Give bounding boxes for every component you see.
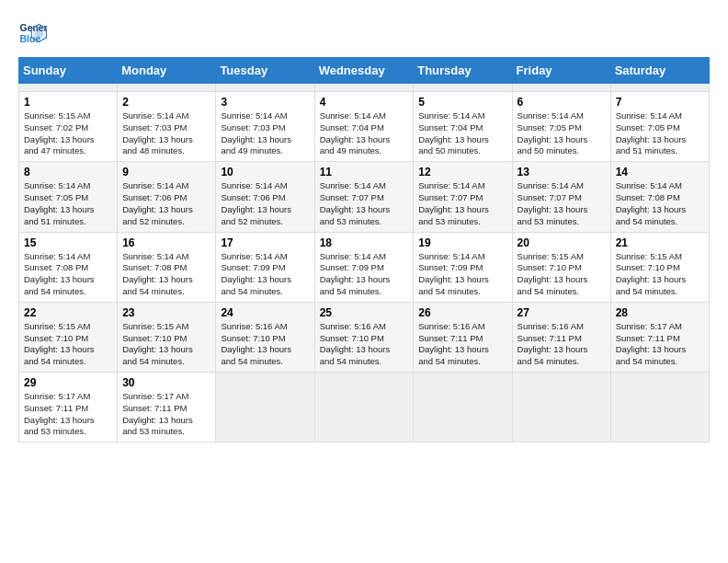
day-number: 20 xyxy=(518,236,606,249)
calendar-cell: 8Sunrise: 5:14 AM Sunset: 7:05 PM Daylig… xyxy=(19,162,118,232)
day-number: 8 xyxy=(24,166,112,178)
calendar-cell: 7Sunrise: 5:14 AM Sunset: 7:05 PM Daylig… xyxy=(610,92,709,162)
calendar-header-row: SundayMondayTuesdayWednesdayThursdayFrid… xyxy=(19,58,710,84)
day-number: 7 xyxy=(616,96,704,109)
day-number: 16 xyxy=(122,236,210,249)
calendar-cell: 20Sunrise: 5:15 AM Sunset: 7:10 PM Dayli… xyxy=(512,232,610,302)
page-header: General Blue xyxy=(18,18,710,48)
day-number: 30 xyxy=(122,376,210,389)
header-friday: Friday xyxy=(512,58,610,84)
logo-icon: General Blue xyxy=(18,18,48,48)
day-info: Sunrise: 5:14 AM Sunset: 7:08 PM Dayligh… xyxy=(122,251,210,298)
calendar-cell: 28Sunrise: 5:17 AM Sunset: 7:11 PM Dayli… xyxy=(610,302,709,372)
day-info: Sunrise: 5:15 AM Sunset: 7:10 PM Dayligh… xyxy=(518,251,606,298)
calendar-cell xyxy=(19,84,118,92)
calendar-cell xyxy=(314,84,414,92)
day-number: 10 xyxy=(221,166,309,178)
calendar-cell xyxy=(314,373,414,442)
day-number: 29 xyxy=(24,376,112,389)
day-number: 28 xyxy=(616,306,704,319)
day-info: Sunrise: 5:17 AM Sunset: 7:11 PM Dayligh… xyxy=(24,391,112,438)
day-number: 4 xyxy=(320,96,409,109)
day-info: Sunrise: 5:15 AM Sunset: 7:02 PM Dayligh… xyxy=(24,110,112,157)
day-info: Sunrise: 5:14 AM Sunset: 7:07 PM Dayligh… xyxy=(320,180,409,227)
header-sunday: Sunday xyxy=(19,58,118,84)
calendar-cell: 25Sunrise: 5:16 AM Sunset: 7:10 PM Dayli… xyxy=(314,302,414,372)
day-info: Sunrise: 5:14 AM Sunset: 7:03 PM Dayligh… xyxy=(122,110,210,157)
calendar-cell xyxy=(512,373,610,442)
day-info: Sunrise: 5:14 AM Sunset: 7:09 PM Dayligh… xyxy=(221,251,309,298)
day-number: 25 xyxy=(320,306,409,319)
calendar-cell: 9Sunrise: 5:14 AM Sunset: 7:06 PM Daylig… xyxy=(118,162,216,232)
day-number: 23 xyxy=(122,306,210,319)
calendar-cell xyxy=(216,373,314,442)
calendar-cell: 11Sunrise: 5:14 AM Sunset: 7:07 PM Dayli… xyxy=(314,162,414,232)
calendar-cell: 4Sunrise: 5:14 AM Sunset: 7:04 PM Daylig… xyxy=(314,92,414,162)
header-thursday: Thursday xyxy=(414,58,512,84)
day-info: Sunrise: 5:16 AM Sunset: 7:10 PM Dayligh… xyxy=(221,321,309,368)
calendar-cell xyxy=(414,84,512,92)
calendar-table: SundayMondayTuesdayWednesdayThursdayFrid… xyxy=(18,57,710,442)
day-number: 3 xyxy=(221,96,309,109)
day-info: Sunrise: 5:14 AM Sunset: 7:07 PM Dayligh… xyxy=(518,180,606,227)
day-info: Sunrise: 5:14 AM Sunset: 7:04 PM Dayligh… xyxy=(418,110,506,157)
day-number: 2 xyxy=(122,96,210,109)
header-monday: Monday xyxy=(118,58,216,84)
svg-text:General: General xyxy=(20,23,48,33)
day-info: Sunrise: 5:14 AM Sunset: 7:05 PM Dayligh… xyxy=(616,110,704,157)
day-info: Sunrise: 5:15 AM Sunset: 7:10 PM Dayligh… xyxy=(122,321,210,368)
day-number: 26 xyxy=(418,306,506,319)
calendar-cell: 15Sunrise: 5:14 AM Sunset: 7:08 PM Dayli… xyxy=(19,232,118,302)
calendar-cell xyxy=(414,373,512,442)
calendar-week-row: 8Sunrise: 5:14 AM Sunset: 7:05 PM Daylig… xyxy=(19,162,710,232)
day-info: Sunrise: 5:14 AM Sunset: 7:06 PM Dayligh… xyxy=(221,180,309,227)
calendar-cell: 23Sunrise: 5:15 AM Sunset: 7:10 PM Dayli… xyxy=(118,302,216,372)
day-info: Sunrise: 5:14 AM Sunset: 7:09 PM Dayligh… xyxy=(418,251,506,298)
calendar-cell: 3Sunrise: 5:14 AM Sunset: 7:03 PM Daylig… xyxy=(216,92,314,162)
calendar-cell: 24Sunrise: 5:16 AM Sunset: 7:10 PM Dayli… xyxy=(216,302,314,372)
day-number: 11 xyxy=(320,166,409,178)
day-info: Sunrise: 5:14 AM Sunset: 7:09 PM Dayligh… xyxy=(320,251,409,298)
calendar-week-row xyxy=(19,84,710,92)
calendar-cell: 21Sunrise: 5:15 AM Sunset: 7:10 PM Dayli… xyxy=(610,232,709,302)
calendar-cell: 17Sunrise: 5:14 AM Sunset: 7:09 PM Dayli… xyxy=(216,232,314,302)
day-number: 18 xyxy=(320,236,409,249)
day-number: 12 xyxy=(418,166,506,178)
calendar-cell xyxy=(512,84,610,92)
day-info: Sunrise: 5:14 AM Sunset: 7:06 PM Dayligh… xyxy=(122,180,210,227)
header-tuesday: Tuesday xyxy=(216,58,314,84)
header-saturday: Saturday xyxy=(610,58,709,84)
calendar-cell xyxy=(216,84,314,92)
logo: General Blue xyxy=(18,18,51,48)
day-info: Sunrise: 5:14 AM Sunset: 7:08 PM Dayligh… xyxy=(24,251,112,298)
calendar-cell: 10Sunrise: 5:14 AM Sunset: 7:06 PM Dayli… xyxy=(216,162,314,232)
day-number: 9 xyxy=(122,166,210,178)
day-number: 17 xyxy=(221,236,309,249)
calendar-cell xyxy=(610,84,709,92)
day-info: Sunrise: 5:14 AM Sunset: 7:04 PM Dayligh… xyxy=(320,110,409,157)
day-number: 5 xyxy=(418,96,506,109)
day-number: 27 xyxy=(518,306,606,319)
calendar-cell: 26Sunrise: 5:16 AM Sunset: 7:11 PM Dayli… xyxy=(414,302,512,372)
day-info: Sunrise: 5:17 AM Sunset: 7:11 PM Dayligh… xyxy=(616,321,704,368)
calendar-cell: 2Sunrise: 5:14 AM Sunset: 7:03 PM Daylig… xyxy=(118,92,216,162)
calendar-week-row: 1Sunrise: 5:15 AM Sunset: 7:02 PM Daylig… xyxy=(19,92,710,162)
day-info: Sunrise: 5:16 AM Sunset: 7:11 PM Dayligh… xyxy=(418,321,506,368)
calendar-cell: 22Sunrise: 5:15 AM Sunset: 7:10 PM Dayli… xyxy=(19,302,118,372)
day-number: 15 xyxy=(24,236,112,249)
day-info: Sunrise: 5:14 AM Sunset: 7:08 PM Dayligh… xyxy=(616,180,704,227)
day-info: Sunrise: 5:16 AM Sunset: 7:11 PM Dayligh… xyxy=(518,321,606,368)
day-number: 13 xyxy=(518,166,606,178)
day-number: 14 xyxy=(616,166,704,178)
calendar-cell: 13Sunrise: 5:14 AM Sunset: 7:07 PM Dayli… xyxy=(512,162,610,232)
calendar-cell: 29Sunrise: 5:17 AM Sunset: 7:11 PM Dayli… xyxy=(19,373,118,442)
calendar-cell: 6Sunrise: 5:14 AM Sunset: 7:05 PM Daylig… xyxy=(512,92,610,162)
day-number: 19 xyxy=(418,236,506,249)
calendar-cell: 1Sunrise: 5:15 AM Sunset: 7:02 PM Daylig… xyxy=(19,92,118,162)
day-info: Sunrise: 5:16 AM Sunset: 7:10 PM Dayligh… xyxy=(320,321,409,368)
day-info: Sunrise: 5:15 AM Sunset: 7:10 PM Dayligh… xyxy=(616,251,704,298)
day-info: Sunrise: 5:15 AM Sunset: 7:10 PM Dayligh… xyxy=(24,321,112,368)
day-number: 1 xyxy=(24,96,112,109)
calendar-cell: 30Sunrise: 5:17 AM Sunset: 7:11 PM Dayli… xyxy=(118,373,216,442)
day-number: 6 xyxy=(518,96,606,109)
